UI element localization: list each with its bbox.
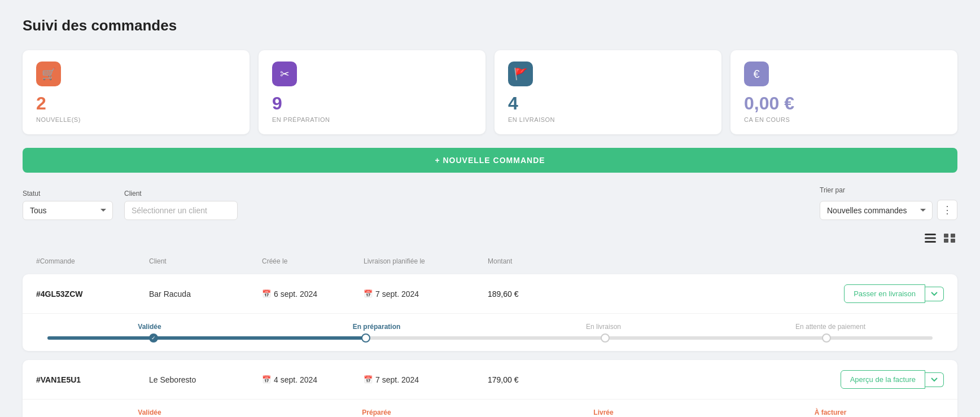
sort-select-wrap: Trier par Nouvelles commandes: [820, 186, 933, 220]
table-col-header: Créée le: [262, 257, 364, 265]
progress-step-label: En livraison: [490, 323, 717, 331]
stat-icon-ca: €: [744, 62, 769, 86]
order-action-dropdown[interactable]: [925, 287, 944, 301]
order-delivery: 📅 7 sept. 2024: [364, 289, 488, 299]
svg-rect-6: [951, 239, 955, 243]
svg-rect-5: [944, 239, 948, 243]
view-toggle: [23, 231, 957, 245]
calendar-icon: 📅: [262, 289, 271, 298]
order-action: Passer en livraison: [578, 284, 944, 303]
grid-view-icon: [944, 234, 955, 243]
stat-card-new: 🛒 2 NOUVELLE(S): [23, 50, 250, 134]
stat-label-ca: CA EN COURS: [744, 116, 944, 123]
order-client: Bar Racuda: [149, 289, 262, 299]
order-row: #VAN1E5U1 Le Seboresto 📅 4 sept. 2024 📅 …: [23, 360, 957, 399]
progress-dot: ✓: [149, 333, 158, 343]
calendar-icon: 📅: [364, 289, 373, 298]
progress-dot: [601, 333, 610, 343]
stat-icon-prep: ✂: [272, 62, 297, 86]
stat-number-ca: 0,00 €: [744, 93, 944, 114]
stat-number-new: 2: [36, 93, 236, 114]
statut-filter-group: Statut Tous: [23, 190, 113, 220]
statut-select[interactable]: Tous: [23, 201, 113, 220]
calendar-icon: 📅: [364, 375, 373, 384]
stats-row: 🛒 2 NOUVELLE(S) ✂ 9 EN PRÉPARATION 🚩 4 E…: [23, 50, 957, 134]
svg-rect-0: [925, 234, 936, 235]
svg-rect-4: [951, 234, 955, 238]
chevron-down-icon: [931, 292, 938, 296]
order-created: 📅 6 sept. 2024: [262, 289, 364, 299]
progress-step-label: Livrée: [490, 409, 717, 416]
sort-label: Trier par: [820, 186, 933, 194]
progress-labels: ValidéePréparéeLivréeÀ facturer: [36, 409, 944, 416]
svg-rect-2: [925, 241, 936, 243]
table-col-header: #Commande: [36, 257, 149, 265]
progress-dot: [822, 333, 831, 343]
order-client: Le Seboresto: [149, 375, 262, 384]
progress-step-label: Validée: [36, 409, 263, 416]
new-order-label: + NOUVELLE COMMANDE: [435, 156, 545, 165]
list-view-button[interactable]: [922, 231, 938, 245]
filters-row: Statut Tous Client Trier par Nouvelles c…: [23, 186, 957, 220]
stat-icon-new: 🛒: [36, 62, 61, 86]
table-col-header: Client: [149, 257, 262, 265]
more-icon: ⋮: [942, 204, 952, 216]
progress-step-label: À facturer: [717, 409, 944, 416]
order-row: #4GL53ZCW Bar Racuda 📅 6 sept. 2024 📅 7 …: [23, 274, 957, 313]
list-view-icon: [925, 234, 936, 243]
table-col-header: Montant: [488, 257, 578, 265]
order-amount: 179,00 €: [488, 375, 578, 384]
table-header: #CommandeClientCréée leLivraison planifi…: [23, 253, 957, 270]
new-order-button[interactable]: + NOUVELLE COMMANDE: [23, 148, 957, 173]
order-action-button[interactable]: Aperçu de la facture: [841, 370, 925, 389]
stat-card-prep: ✂ 9 EN PRÉPARATION: [259, 50, 485, 134]
calendar-icon: 📅: [262, 375, 271, 384]
table-col-header: [578, 257, 944, 265]
order-id: #VAN1E5U1: [36, 375, 149, 384]
order-action-button[interactable]: Passer en livraison: [844, 284, 925, 303]
more-options-button[interactable]: ⋮: [937, 200, 957, 220]
stat-label-delivery: EN LIVRAISON: [508, 116, 708, 123]
order-id: #4GL53ZCW: [36, 289, 149, 299]
stat-number-delivery: 4: [508, 93, 708, 114]
orders-container: #4GL53ZCW Bar Racuda 📅 6 sept. 2024 📅 7 …: [23, 274, 957, 417]
stat-icon-delivery: 🚩: [508, 62, 533, 86]
grid-view-button[interactable]: [942, 231, 957, 245]
stat-label-prep: EN PRÉPARATION: [272, 116, 472, 123]
order-card: #4GL53ZCW Bar Racuda 📅 6 sept. 2024 📅 7 …: [23, 274, 957, 351]
progress-step-label: En préparation: [263, 323, 490, 331]
stat-card-ca: € 0,00 € CA EN COURS: [730, 50, 957, 134]
chevron-down-icon: [931, 378, 938, 382]
statut-label: Statut: [23, 190, 113, 197]
stat-label-new: NOUVELLE(S): [36, 116, 236, 123]
progress-step-label: Préparée: [263, 409, 490, 416]
svg-rect-1: [925, 238, 936, 239]
stat-card-delivery: 🚩 4 EN LIVRAISON: [495, 50, 721, 134]
table-col-header: Livraison planifiée le: [364, 257, 488, 265]
progress-step-label: En attente de paiement: [717, 323, 944, 331]
order-amount: 189,60 €: [488, 289, 578, 299]
sort-select[interactable]: Nouvelles commandes: [820, 201, 933, 220]
progress-section: ValidéePréparéeLivréeÀ facturer ✓✓✓: [23, 399, 957, 417]
order-card: #VAN1E5U1 Le Seboresto 📅 4 sept. 2024 📅 …: [23, 360, 957, 417]
progress-section: ValidéeEn préparationEn livraisonEn atte…: [23, 313, 957, 351]
order-created: 📅 4 sept. 2024: [262, 375, 364, 384]
client-filter-group: Client: [124, 190, 238, 220]
progress-track: ✓: [47, 336, 933, 340]
client-input[interactable]: [124, 201, 238, 220]
progress-labels: ValidéeEn préparationEn livraisonEn atte…: [36, 323, 944, 331]
progress-step-label: Validée: [36, 323, 263, 331]
page-title: Suivi des commandes: [23, 17, 957, 34]
order-action-dropdown[interactable]: [925, 372, 944, 387]
stat-number-prep: 9: [272, 93, 472, 114]
order-delivery: 📅 7 sept. 2024: [364, 375, 488, 384]
svg-rect-3: [944, 234, 948, 238]
progress-dot: [361, 333, 370, 343]
order-action: Aperçu de la facture: [578, 370, 944, 389]
sort-group: Trier par Nouvelles commandes ⋮: [820, 186, 957, 220]
client-label: Client: [124, 190, 238, 197]
